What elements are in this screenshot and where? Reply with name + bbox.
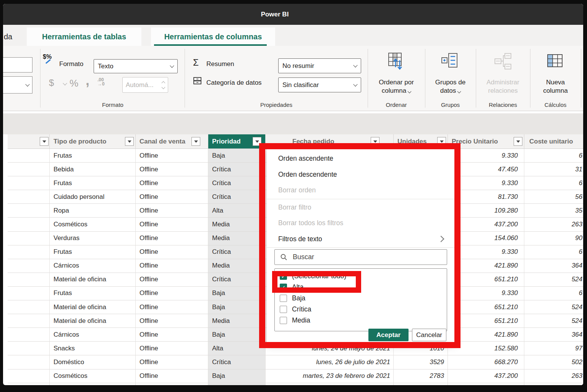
cell [8, 287, 50, 300]
cell: Alta [208, 342, 266, 355]
cell: Offline [136, 245, 208, 259]
column-header-canal-de-venta[interactable]: Canal de venta [136, 134, 208, 149]
ribbon: $% Formato Texto $ % , .00→0 Automá... F… [3, 46, 583, 111]
section-calculos: Cálculos [530, 102, 581, 109]
format-dropdown[interactable]: Texto [94, 59, 178, 73]
cell: Offline [136, 176, 208, 190]
cell: Baja [208, 328, 266, 342]
cell: Crítica [208, 273, 266, 287]
cell: Cárnicos [50, 259, 136, 273]
cell: Bebida [50, 383, 136, 385]
cell: 6 [524, 149, 583, 163]
cell: 3529 [394, 355, 448, 369]
column-header-prioridad[interactable]: Prioridad [208, 134, 266, 149]
spacer-band [3, 113, 583, 134]
cell: 35 [524, 204, 583, 218]
cell: Cárnicos [50, 328, 136, 342]
cell [8, 369, 50, 383]
tab-herramientas-de-tablas[interactable]: Herramientas de tablas [27, 27, 141, 46]
cell: Offline [136, 218, 208, 231]
cell [8, 273, 50, 287]
column-name-field[interactable] [3, 57, 32, 73]
cell [8, 232, 50, 245]
new-column-button[interactable]: Nueva columna [530, 78, 581, 95]
powerbi-window: Power BI da Herramientas de tablas Herra… [3, 4, 583, 385]
filter-dropdown-icon[interactable] [514, 137, 522, 146]
cell: Crítica [208, 176, 266, 190]
cell: Cosméticos [50, 218, 136, 231]
cell: Baja [208, 287, 266, 300]
column-header-coste-unitario[interactable]: Coste unitario [524, 134, 583, 149]
divider [40, 49, 41, 108]
cell [524, 383, 583, 385]
data-groups-icon [441, 52, 459, 70]
thousands-separator-icon[interactable]: , [86, 73, 89, 89]
data-type-dropdown[interactable] [3, 76, 32, 94]
chevron-down-icon [457, 90, 461, 94]
cell: Baja [208, 383, 266, 385]
cell: Offline [136, 342, 208, 355]
column-header-index[interactable] [8, 134, 50, 149]
cell: 2783 [394, 369, 448, 383]
chevron-down-icon [408, 90, 412, 94]
data-groups-button[interactable]: Grupos de datos [425, 78, 476, 95]
cell: 263 [524, 218, 583, 231]
cell: Material de oficina [50, 273, 136, 287]
section-ordenar: Ordenar [368, 102, 425, 109]
decimal-count-spinner[interactable]: Automá... [122, 77, 168, 93]
cell: Offline [136, 259, 208, 273]
filter-dropdown-icon[interactable] [40, 137, 49, 146]
chevron-down-icon [353, 82, 357, 86]
cell: Offline [136, 314, 208, 328]
format-label: Formato [59, 60, 83, 68]
cell: Offline [136, 204, 208, 218]
decimal-places-icon[interactable]: .00→0 [97, 78, 105, 86]
ribbon-tab-row: da Herramientas de tablas Herramientas d… [3, 25, 583, 46]
cell [8, 163, 50, 176]
cell: Offline [136, 300, 208, 314]
cell [266, 383, 394, 385]
screenshot-frame: Power BI da Herramientas de tablas Herra… [0, 0, 587, 392]
spinner-arrows-icon[interactable] [162, 82, 165, 89]
divider [581, 49, 581, 108]
cell: Material de oficina [50, 314, 136, 328]
filter-dropdown-icon[interactable] [125, 137, 134, 146]
app-title: Power BI [261, 11, 289, 18]
data-category-label: Categoría de datos [206, 79, 262, 87]
cell: Cuidado personal [50, 190, 136, 204]
cell: Frutas [50, 287, 136, 300]
cell: Media [208, 218, 266, 231]
column-header-tipo-de-producto[interactable]: Tipo de producto [50, 134, 136, 149]
table-row: BebidaOfflineBaja47.450 [8, 383, 583, 385]
tab-herramientas-de-columnas[interactable]: Herramientas de columnas [151, 27, 275, 46]
cell: 524 [524, 300, 583, 314]
summarize-icon: Σ [193, 57, 199, 68]
cell: Media [208, 314, 266, 328]
cell: Bebida [50, 163, 136, 176]
filter-dropdown-icon[interactable] [191, 137, 200, 146]
table-row: CosméticosOfflineBajamartes, 23 de febre… [8, 369, 583, 383]
cell: 56 [524, 190, 583, 204]
chevron-down-icon[interactable] [63, 81, 67, 85]
currency-icon[interactable]: $ [49, 77, 54, 88]
cell: Alta [208, 204, 266, 218]
data-category-dropdown[interactable]: Sin clasificar [278, 77, 361, 92]
cell: Offline [136, 328, 208, 342]
cell [8, 218, 50, 231]
tab-partial-ayuda[interactable]: da [4, 32, 12, 41]
cell [8, 259, 50, 273]
cell: 47.450 [448, 383, 524, 385]
annotation-box-outer [259, 143, 461, 348]
cell: Crítica [208, 245, 266, 259]
cell: Doméstico [50, 355, 136, 369]
summarize-dropdown[interactable]: No resumir [278, 58, 361, 73]
cell: Crítica [208, 355, 266, 369]
data-category-icon [193, 76, 202, 85]
percent-icon[interactable]: % [70, 77, 78, 89]
cell: 6 [524, 287, 583, 300]
cell: 97 [524, 342, 583, 355]
sort-by-column-button[interactable]: Ordenar por columna [368, 78, 425, 95]
divider [185, 49, 185, 108]
cell: 364 [524, 328, 583, 342]
cell: 263 [524, 369, 583, 383]
